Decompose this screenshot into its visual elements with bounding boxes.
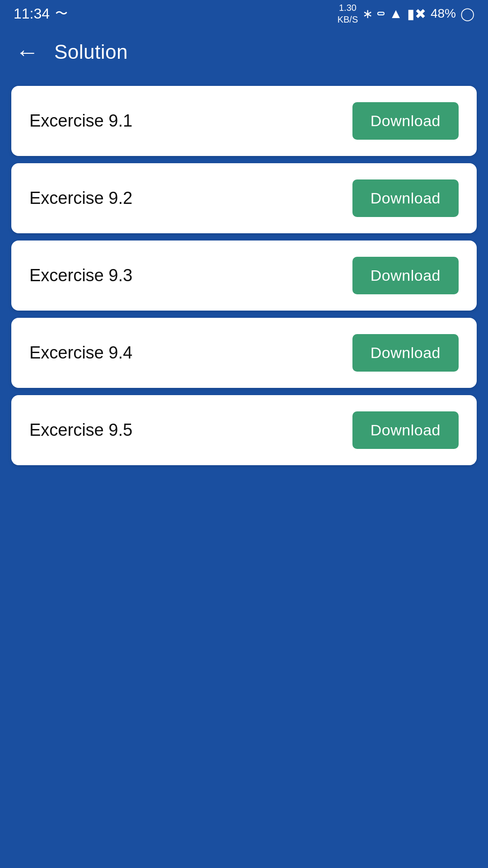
exercise-label-2: Excercise 9.2 [29, 189, 132, 208]
exercise-label-1: Excercise 9.1 [29, 111, 132, 131]
download-button-1[interactable]: Download [352, 102, 459, 140]
time-display: 11:34 [14, 5, 50, 22]
network-speed: 1.30 KB/S [338, 2, 358, 25]
exercise-label-5: Excercise 9.5 [29, 420, 132, 440]
back-button[interactable]: ← [14, 38, 41, 66]
status-time-section: 11:34 〜 [14, 5, 68, 22]
status-icons: 1.30 KB/S ∗ ▲ ▮✖ 48% ◯ [338, 2, 474, 25]
back-arrow-icon: ← [15, 38, 39, 66]
status-bar: 11:34 〜 1.30 KB/S ∗ ▲ ▮✖ 48% ◯ [0, 0, 488, 27]
exercise-card-1: Excercise 9.1Download [11, 86, 477, 156]
bluetooth-icon: ∗ [362, 6, 373, 21]
exercise-label-4: Excercise 9.4 [29, 343, 132, 363]
download-button-5[interactable]: Download [352, 411, 459, 449]
signal-icon: ▮✖ [407, 6, 426, 22]
battery-percent: 48% [431, 6, 456, 21]
battery-icon: ◯ [460, 6, 474, 21]
exercise-card-5: Excercise 9.5Download [11, 395, 477, 465]
exercise-list: Excercise 9.1DownloadExcercise 9.2Downlo… [0, 77, 488, 474]
download-button-3[interactable]: Download [352, 257, 459, 294]
exercise-label-3: Excercise 9.3 [29, 266, 132, 285]
wifi-icon: ▲ [389, 6, 403, 21]
download-button-4[interactable]: Download [352, 334, 459, 372]
volte-badge [377, 12, 385, 15]
exercise-card-3: Excercise 9.3Download [11, 241, 477, 311]
download-button-2[interactable]: Download [352, 179, 459, 217]
exercise-card-2: Excercise 9.2Download [11, 163, 477, 233]
exercise-card-4: Excercise 9.4Download [11, 318, 477, 388]
page-title: Solution [54, 41, 128, 63]
activity-icon: 〜 [55, 5, 68, 22]
app-bar: ← Solution [0, 27, 488, 77]
